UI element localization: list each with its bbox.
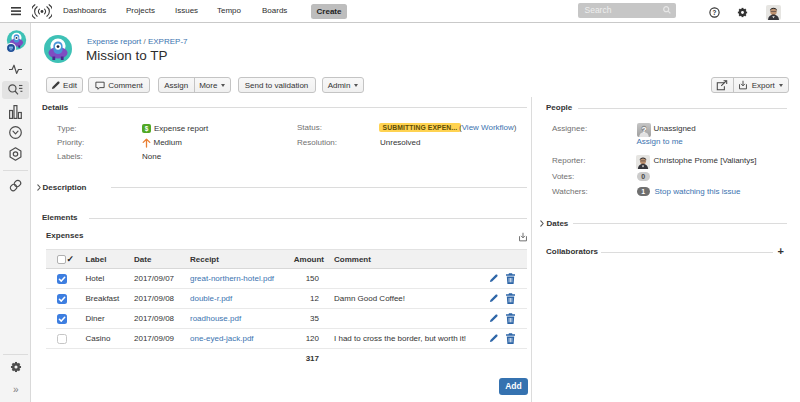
svg-text:?: ? bbox=[641, 124, 646, 134]
svg-text:$: $ bbox=[145, 124, 149, 132]
svg-text:?: ? bbox=[713, 8, 717, 15]
